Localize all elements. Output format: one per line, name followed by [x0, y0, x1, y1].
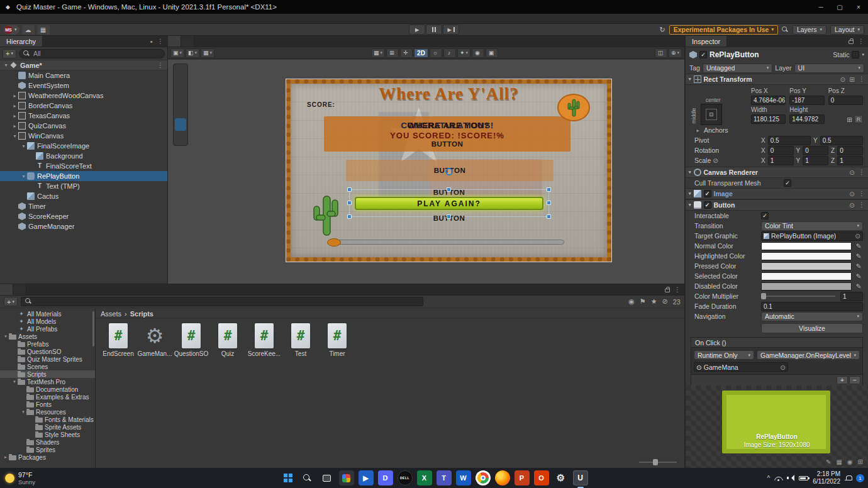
- grid-snap-icon[interactable]: ▦: [37, 25, 50, 35]
- color-swatch[interactable]: [761, 262, 852, 270]
- fade-duration-field[interactable]: 0.1: [761, 302, 863, 311]
- play-button[interactable]: ▶: [409, 25, 425, 35]
- close-button[interactable]: ×: [849, 0, 868, 14]
- height-field[interactable]: 144.9782: [789, 114, 824, 124]
- project-folder[interactable]: Sprite Assets: [0, 423, 95, 431]
- taskbar-app-excel[interactable]: X: [417, 470, 432, 485]
- hierarchy-item[interactable]: ▸ BorderCanvas: [0, 101, 167, 111]
- presets-icon[interactable]: ⊞: [849, 75, 855, 83]
- maximize-button[interactable]: ▢: [830, 0, 849, 14]
- asset-gamemanager[interactable]: ⚙ GameMan...: [137, 323, 172, 357]
- image-component-header[interactable]: ▾ ✓ Image ⊙ ⋮: [686, 188, 868, 199]
- account-dropdown[interactable]: MS ▾: [4, 25, 19, 35]
- hierarchy-item[interactable]: ScoreKeeper: [0, 211, 167, 221]
- view-tool[interactable]: [175, 65, 186, 78]
- asset-scorekeeper[interactable]: # ScoreKee...: [247, 323, 282, 357]
- hierarchy-item[interactable]: Main Camera: [0, 70, 167, 80]
- cloud-services-icon[interactable]: ☁: [22, 25, 35, 35]
- taskbar-taskview-button[interactable]: [320, 470, 335, 485]
- component-menu-icon[interactable]: ⋮: [859, 201, 865, 209]
- hierarchy-item[interactable]: ▾ WinCanvas: [0, 131, 167, 141]
- lock-icon[interactable]: [849, 40, 854, 44]
- volume-icon[interactable]: [787, 475, 794, 481]
- rotation-z-field[interactable]: 0: [837, 146, 863, 155]
- hierarchy-search-input[interactable]: All: [19, 49, 165, 58]
- color-swatch[interactable]: [761, 282, 852, 291]
- asset-questionso[interactable]: # QuestionSO: [174, 323, 209, 357]
- hierarchy-item[interactable]: ▸ TexasCanvas: [0, 111, 167, 121]
- tab-scene[interactable]: [168, 36, 181, 47]
- project-folder[interactable]: Style Sheets: [0, 431, 95, 438]
- hierarchy-item[interactable]: GameManager: [0, 221, 167, 231]
- timer-slider-knob[interactable]: [327, 238, 341, 247]
- zoom-slider-thumb[interactable]: [653, 459, 658, 465]
- help-icon[interactable]: ⊙: [849, 201, 855, 209]
- hierarchy-menu-icon[interactable]: ⋮: [157, 38, 164, 45]
- battery-icon[interactable]: [799, 476, 808, 480]
- scene-lighting-toggle[interactable]: ☼: [430, 48, 442, 58]
- play-again-button[interactable]: PLAY AGAIN?: [355, 197, 543, 210]
- inspector-menu-icon[interactable]: ⋮: [858, 38, 864, 45]
- color-multiplier-field[interactable]: 1: [840, 292, 863, 301]
- view-2d-toggle[interactable]: 2D: [414, 48, 428, 58]
- object-picker-icon[interactable]: ⊙: [780, 363, 786, 371]
- taskbar-app-discord[interactable]: D: [378, 470, 393, 485]
- project-folder[interactable]: ▾ Assets: [0, 333, 95, 340]
- pause-button[interactable]: [426, 25, 442, 35]
- scale-z-field[interactable]: 1: [837, 156, 863, 165]
- layer-dropdown[interactable]: UI ▾: [794, 64, 864, 73]
- search-by-type-icon[interactable]: ◉: [628, 297, 635, 306]
- search-icon[interactable]: [782, 26, 789, 33]
- snap-toggle[interactable]: ⊞: [386, 48, 399, 58]
- move-tool[interactable]: [175, 79, 186, 91]
- taskbar-app-movies[interactable]: ▶: [359, 470, 374, 485]
- tray-expand-icon[interactable]: ^: [767, 475, 771, 482]
- mip-icon[interactable]: ◉: [847, 458, 853, 465]
- taskbar-app-teams[interactable]: T: [437, 470, 452, 485]
- project-folder[interactable]: All Models: [0, 318, 95, 325]
- eyedropper-icon[interactable]: ✎: [854, 242, 863, 250]
- taskbar-app-office[interactable]: O: [534, 470, 549, 485]
- resize-handle[interactable]: [447, 214, 451, 219]
- eyedropper-icon[interactable]: ✎: [854, 252, 863, 260]
- expand-arrow-icon[interactable]: ▾: [3, 62, 9, 68]
- active-checkbox[interactable]: ✓: [699, 51, 707, 58]
- resize-handle[interactable]: [347, 214, 352, 219]
- hierarchy-item[interactable]: Text (TMP): [0, 181, 167, 191]
- network-icon[interactable]: [774, 475, 782, 481]
- effects-dropdown[interactable]: ✦▾: [457, 48, 470, 58]
- project-folder[interactable]: Documentation: [0, 385, 95, 393]
- hierarchy-item[interactable]: ▸ WeatheredWoodCanvas: [0, 91, 167, 101]
- component-menu-icon[interactable]: ⋮: [859, 190, 865, 197]
- color-swatch[interactable]: [761, 272, 852, 280]
- project-folder[interactable]: Scenes: [0, 363, 95, 370]
- project-search-input[interactable]: [21, 297, 423, 306]
- help-icon[interactable]: ⊙: [849, 190, 855, 197]
- eyedropper-icon[interactable]: ✎: [854, 272, 863, 280]
- project-folder[interactable]: ▸ Packages: [0, 453, 95, 461]
- chevron-down-icon[interactable]: ▾: [862, 52, 864, 57]
- link-scale-icon[interactable]: ⊘: [713, 157, 718, 164]
- scene-audio-toggle[interactable]: ♪: [443, 48, 456, 58]
- lock-icon[interactable]: [665, 289, 670, 292]
- rotation-x-field[interactable]: 0: [768, 146, 794, 155]
- brush-icon[interactable]: ✎: [826, 458, 831, 465]
- project-folder[interactable]: Fonts: [0, 401, 95, 408]
- hierarchy-item[interactable]: Cactus: [0, 191, 167, 201]
- tag-dropdown[interactable]: Untagged ▾: [703, 64, 772, 73]
- button-component-header[interactable]: ▾ ✓ Button ⊙ ⋮: [686, 199, 868, 211]
- rotate-tool[interactable]: [175, 92, 186, 104]
- cull-transparent-mesh-checkbox[interactable]: ✓: [784, 179, 791, 187]
- layout-dropdown[interactable]: Layout ▾: [830, 25, 864, 35]
- tab-inspector[interactable]: Inspector: [686, 36, 727, 47]
- width-field[interactable]: 1180.125: [751, 114, 786, 124]
- blend-icon[interactable]: ⊞: [847, 116, 852, 123]
- project-folder[interactable]: Quiz Master Sprites: [0, 355, 95, 363]
- scale-x-field[interactable]: 1: [768, 156, 794, 165]
- expand-arrow-icon[interactable]: ▾: [11, 379, 18, 384]
- taskbar-app-firefox[interactable]: [495, 470, 510, 485]
- tool-settings-dropdown[interactable]: ▣▾: [170, 48, 184, 58]
- hierarchy-item[interactable]: EventSystem: [0, 80, 167, 91]
- hierarchy-item[interactable]: ▾ FinalScoreImage: [0, 141, 167, 151]
- tab-hierarchy[interactable]: Hierarchy: [0, 36, 43, 47]
